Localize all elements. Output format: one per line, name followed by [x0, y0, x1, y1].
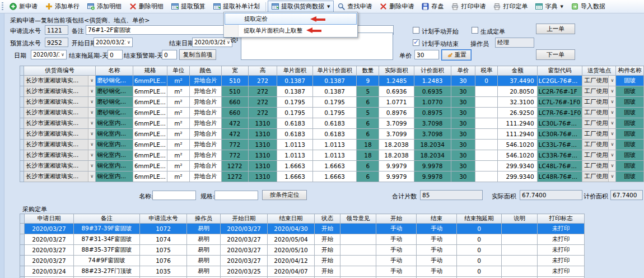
toolbar-item-dictionary[interactable]: 字典▼	[531, 1, 567, 13]
column-header[interactable]: 规格	[133, 66, 167, 76]
delivery-dropdown-cell[interactable]: 工厂使用∨	[582, 172, 616, 182]
toolbar-item-print-request[interactable]: 打印申请	[447, 1, 489, 13]
column-header[interactable]: 税率	[475, 66, 498, 76]
chevron-down-icon[interactable]: ∨	[608, 150, 615, 160]
row-header-strip[interactable]	[20, 140, 24, 150]
column-header[interactable]: 结束日期	[268, 214, 315, 224]
supplier-dropdown-cell[interactable]: 长沙市潇湘玻璃实...∨	[24, 86, 96, 97]
supplier-dropdown-cell[interactable]: 长沙市潇湘玻璃实...∨	[24, 161, 96, 172]
column-header[interactable]: 申请日期	[25, 214, 74, 224]
column-header[interactable]: 结束拖延期	[457, 214, 502, 224]
row-header-strip[interactable]	[20, 234, 25, 245]
column-header[interactable]: 高	[248, 66, 277, 76]
plan-manual-start-checkbox[interactable]	[413, 27, 419, 34]
row-header-strip[interactable]	[20, 129, 24, 140]
toolbar-item-search-request[interactable]: 查找申请	[334, 1, 376, 13]
supplier-dropdown-cell[interactable]: 长沙市潇湘玻璃实...∨	[24, 129, 96, 140]
row-header-strip[interactable]	[20, 256, 25, 266]
chevron-down-icon[interactable]: ∨	[88, 97, 95, 107]
column-header[interactable]: 领导意见	[340, 214, 376, 224]
chevron-down-icon[interactable]: ∨	[608, 86, 615, 96]
column-header[interactable]: 开始	[376, 214, 417, 224]
toolbar-item-delete-request[interactable]: 删除申请	[376, 1, 418, 13]
delivery-dropdown-cell[interactable]: 工厂使用∨	[582, 161, 616, 172]
supplier-dropdown-cell[interactable]: 长沙市潇湘玻璃实...∨	[24, 97, 96, 108]
chevron-down-icon[interactable]: ∨	[88, 118, 95, 128]
toolbar-item-add-detail[interactable]: 添加明细	[83, 1, 125, 13]
chevron-down-icon[interactable]: ∨	[608, 129, 615, 139]
end-warning-field[interactable]	[162, 50, 177, 59]
column-header[interactable]: 操作员	[187, 214, 221, 224]
supplier-dropdown-cell[interactable]: 长沙市潇湘玻璃实...∨	[24, 108, 96, 118]
copy-current-item-button[interactable]: 复制当前项	[179, 49, 216, 60]
row-header-strip[interactable]	[20, 172, 24, 182]
table-row[interactable]: 长沙市潇湘玻璃实...∨磨砂钢化...6mmPLE...m²异地合片510272…	[20, 86, 644, 97]
column-header[interactable]: 数量	[357, 66, 379, 76]
chevron-down-icon[interactable]: ∨	[608, 118, 615, 128]
table-row[interactable]: 2020/03/2788#35-37F窗固玻1075易明2020/03/2720…	[20, 245, 585, 256]
row-header-strip[interactable]	[20, 76, 24, 86]
column-header[interactable]: 宽	[221, 66, 248, 76]
row-header-strip[interactable]	[20, 86, 24, 97]
row-header-strip[interactable]	[20, 118, 24, 129]
chevron-down-icon[interactable]: ∨	[608, 108, 615, 118]
filter-name-input[interactable]	[152, 191, 196, 200]
delivery-dropdown-cell[interactable]: 工厂使用∨	[582, 129, 616, 140]
table-row[interactable]: 长沙市潇湘玻璃实...∨磨砂钢化...6mmPLE...m²异地合片660272…	[20, 97, 644, 108]
delivery-dropdown-cell[interactable]: 工厂使用∨	[582, 76, 616, 86]
chevron-down-icon[interactable]: ∨	[88, 172, 95, 182]
delivery-dropdown-cell[interactable]: 工厂使用∨	[582, 97, 616, 108]
column-header[interactable]: 窗型代码	[537, 66, 582, 76]
chevron-down-icon[interactable]: ∨	[608, 161, 615, 171]
delivery-dropdown-cell[interactable]: 工厂使用∨	[582, 118, 616, 129]
supplier-dropdown-cell[interactable]: 长沙市潇湘玻璃实...∨	[24, 140, 96, 150]
toolbar-item-new-request[interactable]: 新申请	[6, 1, 41, 13]
column-header[interactable]: 金额	[498, 66, 537, 76]
column-header[interactable]: 实际面积	[379, 66, 414, 76]
column-header[interactable]: 供货商编号	[24, 66, 96, 76]
filter-spec-input[interactable]	[214, 191, 258, 200]
row-header-strip[interactable]	[20, 266, 25, 277]
chevron-down-icon[interactable]: ∨	[88, 76, 95, 86]
table-row[interactable]: 长沙市潇湘玻璃实...∨磨砂钢化...6mmPLE...m²异地合片510272…	[20, 76, 644, 86]
start-date-select[interactable]: 2020/03/21 ∨	[94, 38, 133, 47]
supplier-dropdown-cell[interactable]: 长沙市潇湘玻璃实...∨	[24, 118, 96, 129]
column-header[interactable]: 颜色	[189, 66, 221, 76]
row-header-strip[interactable]	[20, 161, 24, 172]
column-header[interactable]: 计价面积	[414, 66, 451, 76]
toolbar-item-save[interactable]: 存盘	[418, 1, 447, 13]
table-row[interactable]: 长沙市潇湘玻璃实...∨钢化室内...6mmPLE...m²异地合片472131…	[20, 129, 644, 140]
column-header[interactable]: 单位	[167, 66, 189, 76]
delivery-dropdown-cell[interactable]: 工厂使用∨	[582, 150, 616, 161]
row-header-strip[interactable]	[20, 224, 25, 234]
table-row[interactable]: 长沙市潇湘玻璃实...∨钢化室内...6mmPLE...m²异地合片772131…	[20, 140, 644, 150]
request-no-field[interactable]	[45, 25, 68, 35]
row-header-strip[interactable]	[20, 245, 25, 256]
supplier-dropdown-cell[interactable]: 长沙市潇湘玻璃实...∨	[24, 150, 96, 161]
toolbar-item-extract-budget[interactable]: 提取预算	[167, 1, 209, 13]
supplier-dropdown-cell[interactable]: 长沙市潇湘玻璃实...∨	[24, 172, 96, 182]
row-header-strip[interactable]	[20, 97, 24, 108]
toolbar-item-print-order[interactable]: 打印定单	[489, 1, 531, 13]
table-row[interactable]: 长沙市潇湘玻璃实...∨钢化室内...6mmPLE...m²异地合片472131…	[20, 118, 644, 129]
column-header[interactable]: 送货地点	[582, 66, 616, 76]
toolbar-item-extract-supplier-data[interactable]: 提取供货商数据▼	[268, 1, 334, 13]
chevron-down-icon[interactable]: ∨	[88, 129, 95, 139]
plan-manual-end-checkbox[interactable]	[413, 39, 419, 46]
menu-item-extract-area-roundup[interactable]: 提取单片面积向上取整	[225, 25, 357, 36]
table-row[interactable]: 2020/03/2789#37-39F窗固玻1072易明2020/03/2720…	[20, 224, 585, 234]
table-row[interactable]: 2020/03/2488#23-27F门顶玻1035易明2020/03/2520…	[20, 266, 585, 277]
toolbar-item-delete-detail[interactable]: 删除明细	[125, 1, 167, 13]
table-row[interactable]: 长沙市潇湘玻璃实...∨钢化室内...6mmPLE...m²异地合片772131…	[20, 150, 644, 161]
chevron-down-icon[interactable]: ∨	[608, 76, 615, 86]
table-row[interactable]: 2020/03/2774#9F窗固玻1076易明2020/03/272020/0…	[20, 256, 585, 266]
row-header-strip[interactable]	[20, 150, 24, 161]
table-row[interactable]: 2020/03/2787#31-34F窗固玻1074易明2020/03/2720…	[20, 234, 585, 245]
column-header[interactable]: 单片面积	[277, 66, 313, 76]
row-header-strip[interactable]	[20, 108, 24, 118]
reset-button[interactable]: 重置	[441, 49, 472, 61]
operator-field[interactable]	[495, 38, 534, 48]
menu-item-extract-pricing[interactable]: 提取定价	[225, 13, 357, 25]
locate-by-condition-button[interactable]: 按条件定位	[262, 190, 307, 200]
toolbar-item-extract-supplement-plan[interactable]: 提取补单计划	[209, 1, 264, 13]
